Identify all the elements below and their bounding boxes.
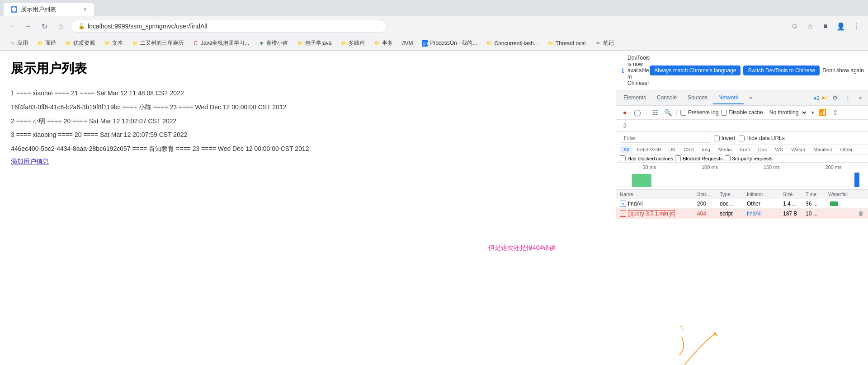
reload-button[interactable]: ↻ bbox=[38, 20, 51, 33]
add-user-link[interactable]: 添加用户信息 bbox=[11, 158, 49, 166]
browser-tab[interactable]: 展示用户列表 × bbox=[4, 3, 94, 16]
type-filter-css[interactable]: CSS bbox=[680, 146, 698, 153]
type-filter-ws[interactable]: WS bbox=[771, 146, 787, 153]
bookmark-tree[interactable]: 📁 二叉树的三序遍历 bbox=[128, 38, 187, 48]
disable-cache-checkbox[interactable]: Disable cache bbox=[721, 109, 763, 116]
record-button[interactable]: ● bbox=[620, 108, 630, 117]
tab-network-label: Network bbox=[718, 94, 738, 101]
third-party-input[interactable] bbox=[725, 155, 731, 161]
col-status[interactable]: Stat... bbox=[697, 192, 720, 197]
bookmark-processon[interactable]: On ProcessOn - 我的... bbox=[418, 38, 481, 48]
bookmark-label: ThreadLocal bbox=[556, 40, 586, 47]
col-initiator[interactable]: Initiator bbox=[747, 192, 783, 197]
account-icon[interactable]: 👤 bbox=[835, 20, 847, 33]
bookmark-threadlocal[interactable]: 📁 ThreadLocal bbox=[544, 39, 590, 48]
table-row[interactable]: d findAll 200 doc... Other 1.4 ... 36 ..… bbox=[616, 199, 868, 209]
devtools-more-dots-icon[interactable]: ⋮ bbox=[842, 92, 854, 104]
forward-button[interactable]: → bbox=[22, 20, 34, 33]
bookmark-baozi[interactable]: 📁 包子学java bbox=[293, 38, 335, 48]
bookmark-mianjing[interactable]: 📁 面经 bbox=[33, 38, 60, 48]
preserve-log-checkbox[interactable]: Preserve log bbox=[680, 109, 718, 116]
tab-elements[interactable]: Elements bbox=[618, 92, 651, 104]
download-bar: ⇩ bbox=[616, 120, 868, 132]
download-icon[interactable]: ⇩ bbox=[620, 121, 630, 131]
waterfall-cell-404 bbox=[828, 211, 864, 217]
browser-chrome: 展示用户列表 × ← → ↻ ⌂ 🔓 localhost:9999/ssm_sp… bbox=[0, 0, 868, 51]
bookmark-notes[interactable]: ✏ 笔记 bbox=[591, 38, 618, 48]
col-name[interactable]: Name bbox=[620, 192, 697, 197]
type-filter-manifest[interactable]: Manifest bbox=[810, 146, 836, 153]
switch-chinese-button[interactable]: Switch DevTools to Chinese bbox=[743, 66, 820, 75]
hide-data-urls-label: Hide data URLs bbox=[746, 135, 785, 141]
bookmark-wenben[interactable]: 📁 文本 bbox=[100, 38, 127, 48]
invert-checkbox[interactable]: Invert bbox=[714, 135, 735, 141]
col-size[interactable]: Size bbox=[783, 192, 806, 197]
bookmark-apps[interactable]: ◻ 应用 bbox=[5, 38, 32, 48]
bookmark-star-icon[interactable]: ☆ bbox=[804, 20, 816, 33]
filter-icon-button[interactable]: ☷ bbox=[650, 108, 660, 117]
dont-show-again-button[interactable]: Don't show again bbox=[822, 67, 864, 74]
disable-cache-input[interactable] bbox=[721, 110, 727, 116]
search-button[interactable]: 🔍 bbox=[663, 108, 673, 117]
devtools-tab-icons: ●2 ▶1 ⚙ ⋮ × bbox=[814, 92, 866, 104]
match-language-button[interactable]: Always match Chrome's language bbox=[650, 66, 741, 75]
clear-button[interactable]: ◯ bbox=[632, 108, 642, 117]
col-type[interactable]: Type bbox=[720, 192, 747, 197]
tab-network[interactable]: Network bbox=[713, 92, 744, 104]
type-filter-img[interactable]: Img bbox=[698, 146, 714, 153]
back-button[interactable]: ← bbox=[5, 20, 18, 33]
throttle-select[interactable]: No throttling bbox=[766, 108, 808, 117]
timeline-label-200: 200 ms bbox=[826, 164, 842, 170]
main-layout: 展示用户列表 1 ==== xiaohei ==== 21 ==== Sat M… bbox=[0, 51, 868, 365]
bookmark-concurrent[interactable]: 📁 ConcurrentHash... bbox=[482, 39, 542, 48]
type-filter-wasm[interactable]: Wasm bbox=[788, 146, 809, 153]
list-item: 446ec400-5bc2-4434-8aaa-28bc6192c057 ===… bbox=[11, 142, 605, 156]
row-initiator-link[interactable]: findAll bbox=[747, 211, 783, 217]
bookmark-shiwu[interactable]: 📁 事务 bbox=[370, 38, 396, 48]
tab-sources[interactable]: Sources bbox=[682, 92, 713, 104]
bookmark-orange[interactable]: ▼ 青橙小吉 bbox=[255, 38, 292, 48]
devtools-panel: ℹ DevTools is now available in Chinese! … bbox=[616, 51, 868, 365]
settings-gear-icon[interactable]: ⚙ bbox=[829, 92, 841, 104]
col-waterfall[interactable]: Waterfall bbox=[828, 192, 864, 197]
blocked-requests-input[interactable] bbox=[675, 155, 681, 161]
bookmark-jvm[interactable]: JVM bbox=[398, 39, 416, 48]
has-blocked-cookies-input[interactable] bbox=[620, 155, 626, 161]
type-filter-doc[interactable]: Doc bbox=[755, 146, 771, 153]
bookmark-label: 青橙小吉 bbox=[266, 39, 288, 47]
row-time-404: 10 ... bbox=[806, 211, 828, 217]
home-button[interactable]: ⌂ bbox=[54, 20, 67, 33]
col-time[interactable]: Time bbox=[806, 192, 828, 197]
type-filter-all[interactable]: All bbox=[620, 146, 632, 153]
menu-dots-icon[interactable]: ⋮ bbox=[850, 20, 863, 33]
third-party-label[interactable]: 3rd-party requests bbox=[725, 155, 773, 161]
bookmark-quality[interactable]: 📁 优质资源 bbox=[61, 38, 99, 48]
type-filter-media[interactable]: Media bbox=[715, 146, 736, 153]
preserve-log-input[interactable] bbox=[680, 110, 686, 116]
tab-more[interactable]: » bbox=[744, 92, 758, 104]
tab-close[interactable]: × bbox=[84, 6, 87, 13]
row-type: doc... bbox=[720, 201, 747, 207]
has-blocked-cookies-label[interactable]: Has blocked cookies bbox=[620, 155, 673, 161]
address-bar[interactable]: 🔓 localhost:9999/ssm_springmvc/user/find… bbox=[71, 20, 387, 33]
blocked-requests-label[interactable]: Blocked Requests bbox=[675, 155, 723, 161]
hide-data-urls-input[interactable] bbox=[739, 136, 745, 141]
devtools-close-icon[interactable]: × bbox=[854, 92, 866, 104]
bookmark-label: JVM bbox=[402, 40, 413, 47]
wifi-icon[interactable]: 📶 bbox=[818, 108, 828, 117]
extension-puzzle-icon[interactable]: ■ bbox=[819, 20, 832, 33]
table-row[interactable]: j jquery-3.5.1.min.js 404 script findAll… bbox=[616, 209, 868, 219]
filter-input[interactable] bbox=[620, 134, 710, 143]
invert-input[interactable] bbox=[714, 136, 720, 141]
type-filter-js[interactable]: JS bbox=[666, 146, 679, 153]
bookmark-label: Java全栈抱团学习... bbox=[201, 39, 249, 47]
bookmark-java-full[interactable]: C Java全栈抱团学习... bbox=[189, 38, 253, 48]
tab-console[interactable]: Console bbox=[651, 92, 682, 104]
profile-icon[interactable]: ☺ bbox=[788, 20, 801, 33]
hide-data-urls-checkbox[interactable]: Hide data URLs bbox=[739, 135, 785, 141]
upload-icon[interactable]: ⇧ bbox=[830, 108, 840, 117]
type-filter-fetch[interactable]: Fetch/XHR bbox=[633, 146, 665, 153]
type-filter-other[interactable]: Other bbox=[836, 146, 856, 153]
type-filter-font[interactable]: Font bbox=[736, 146, 754, 153]
bookmark-multithread[interactable]: 📁 多线程 bbox=[337, 38, 368, 48]
